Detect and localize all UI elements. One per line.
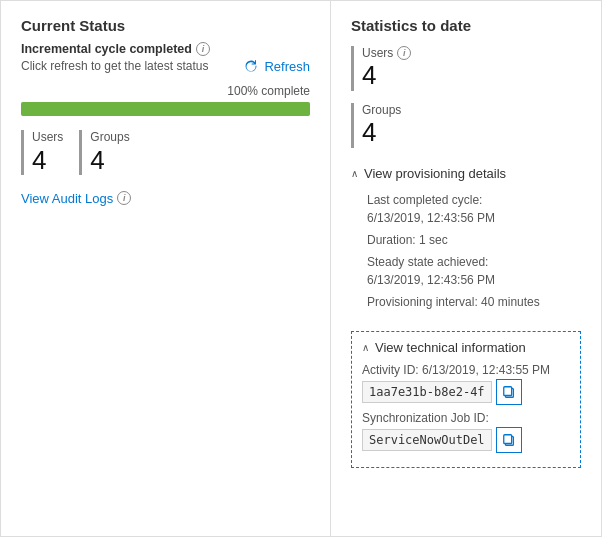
right-users-value: 4 bbox=[362, 60, 411, 91]
progress-label: 100% complete bbox=[21, 84, 310, 98]
activity-id-copy-button[interactable] bbox=[496, 379, 522, 405]
right-panel: Statistics to date Users i 4 Groups 4 ∧ bbox=[331, 1, 601, 536]
last-completed-row: Last completed cycle: 6/13/2019, 12:43:5… bbox=[367, 191, 581, 227]
right-groups-row: Groups 4 bbox=[351, 103, 581, 148]
right-title: Statistics to date bbox=[351, 17, 581, 34]
click-refresh-text: Click refresh to get the latest status bbox=[21, 59, 208, 73]
progress-bar-background bbox=[21, 102, 310, 116]
steady-state-row: Steady state achieved: 6/13/2019, 12:43:… bbox=[367, 253, 581, 289]
refresh-button[interactable]: Refresh bbox=[243, 58, 310, 74]
left-title: Current Status bbox=[21, 17, 310, 34]
sync-job-copy-field bbox=[362, 427, 570, 453]
svg-rect-1 bbox=[504, 387, 512, 396]
audit-logs-link[interactable]: View Audit Logs i bbox=[21, 191, 310, 206]
right-users-info-icon[interactable]: i bbox=[397, 46, 411, 60]
left-groups-stat: Groups 4 bbox=[79, 130, 129, 175]
tech-info-toggle[interactable]: ∧ View technical information bbox=[362, 340, 570, 355]
provisioning-details-toggle[interactable]: ∧ View provisioning details bbox=[351, 160, 581, 187]
activity-id-copy-field bbox=[362, 379, 570, 405]
sync-job-input[interactable] bbox=[362, 429, 492, 451]
copy-icon-2 bbox=[502, 433, 516, 447]
refresh-row: Click refresh to get the latest status R… bbox=[21, 58, 310, 74]
left-stats-row: Users 4 Groups 4 bbox=[21, 130, 310, 175]
right-groups-label: Groups bbox=[362, 103, 401, 117]
provisioning-details-body: Last completed cycle: 6/13/2019, 12:43:5… bbox=[351, 187, 581, 319]
provisioning-chevron-icon: ∧ bbox=[351, 168, 358, 179]
interval-row: Provisioning interval: 40 minutes bbox=[367, 293, 581, 311]
progress-bar-fill bbox=[21, 102, 310, 116]
subtitle-info-icon[interactable]: i bbox=[196, 42, 210, 56]
right-users-stat: Users i 4 bbox=[351, 46, 411, 91]
right-groups-value: 4 bbox=[362, 117, 401, 148]
duration-row: Duration: 1 sec bbox=[367, 231, 581, 249]
activity-id-input[interactable] bbox=[362, 381, 492, 403]
left-users-label: Users bbox=[32, 130, 63, 144]
tech-info-section: ∧ View technical information Activity ID… bbox=[351, 331, 581, 468]
audit-logs-info-icon[interactable]: i bbox=[117, 191, 131, 205]
activity-id-row: Activity ID: 6/13/2019, 12:43:55 PM bbox=[362, 363, 570, 405]
tech-chevron-icon: ∧ bbox=[362, 342, 369, 353]
left-users-value: 4 bbox=[32, 146, 63, 175]
left-panel: Current Status Incremental cycle complet… bbox=[1, 1, 331, 536]
sync-job-copy-button[interactable] bbox=[496, 427, 522, 453]
right-groups-stat: Groups 4 bbox=[351, 103, 401, 148]
right-users-label: Users i bbox=[362, 46, 411, 60]
progress-section: 100% complete bbox=[21, 84, 310, 116]
left-subtitle: Incremental cycle completed i bbox=[21, 42, 310, 56]
sync-job-row: Synchronization Job ID: bbox=[362, 411, 570, 453]
left-users-stat: Users 4 bbox=[21, 130, 63, 175]
right-users-row: Users i 4 bbox=[351, 46, 581, 91]
provisioning-details-section: ∧ View provisioning details Last complet… bbox=[351, 160, 581, 319]
left-groups-value: 4 bbox=[90, 146, 129, 175]
refresh-icon bbox=[243, 58, 259, 74]
copy-icon bbox=[502, 385, 516, 399]
svg-rect-3 bbox=[504, 435, 512, 444]
left-groups-label: Groups bbox=[90, 130, 129, 144]
